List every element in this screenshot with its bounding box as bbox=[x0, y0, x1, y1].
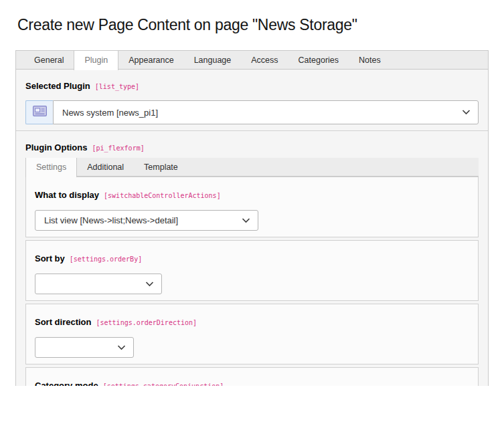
plugin-icon-box bbox=[25, 100, 53, 124]
sort-by-key-code: [settings.orderBy] bbox=[70, 255, 142, 263]
tab-appearance[interactable]: Appearance bbox=[118, 51, 183, 69]
category-mode-label: Category mode bbox=[35, 381, 98, 386]
tab-categories[interactable]: Categories bbox=[288, 51, 349, 69]
tab-notes[interactable]: Notes bbox=[349, 51, 391, 69]
selected-plugin-select[interactable]: News system [news_pi1] bbox=[53, 100, 479, 124]
plugin-options-group: Settings Additional Template What to dis… bbox=[25, 158, 479, 386]
plugin-options-key-code: [pi_flexform] bbox=[92, 144, 144, 152]
selected-plugin-label-row: Selected Plugin[list_type] bbox=[25, 81, 479, 92]
section-divider bbox=[16, 130, 488, 131]
field-section-sort-direction: Sort direction[settings.orderDirection] bbox=[25, 304, 479, 364]
sort-direction-label: Sort direction bbox=[35, 317, 92, 327]
chevron-down-icon bbox=[117, 345, 126, 350]
selected-plugin-select-value: News system [news_pi1] bbox=[62, 108, 158, 118]
sort-direction-key-code: [settings.orderDirection] bbox=[96, 319, 197, 326]
page-title: Create new Page Content on page "News St… bbox=[17, 16, 487, 33]
chevron-down-icon bbox=[145, 282, 154, 287]
field-section-sort-by: Sort by[settings.orderBy] bbox=[25, 240, 479, 301]
tab-language[interactable]: Language bbox=[184, 51, 242, 69]
sort-by-label-row: Sort by[settings.orderBy] bbox=[35, 253, 469, 264]
newspaper-icon bbox=[33, 106, 47, 119]
flexform-tab-bar: Settings Additional Template bbox=[25, 158, 479, 177]
tab-general[interactable]: General bbox=[24, 51, 74, 69]
what-to-display-key-code: [switchableControllerActions] bbox=[104, 192, 221, 199]
chevron-down-icon bbox=[242, 218, 250, 223]
sort-direction-select[interactable] bbox=[35, 337, 134, 358]
category-mode-label-row: Category mode[settings.categoryConjuncti… bbox=[35, 381, 469, 386]
sort-by-label: Sort by bbox=[35, 253, 65, 263]
category-mode-key-code: [settings.categoryConjunction] bbox=[103, 383, 224, 386]
tab-plugin[interactable]: Plugin bbox=[74, 51, 118, 70]
tab-additional[interactable]: Additional bbox=[77, 158, 134, 176]
selected-plugin-row: News system [news_pi1] bbox=[25, 100, 479, 124]
sort-direction-label-row: Sort direction[settings.orderDirection] bbox=[35, 317, 469, 328]
tab-template[interactable]: Template bbox=[134, 158, 188, 176]
what-to-display-select[interactable]: List view [News->list;News->detail] bbox=[35, 210, 258, 231]
content-form-panel: General Plugin Appearance Language Acces… bbox=[15, 50, 489, 386]
tab-settings[interactable]: Settings bbox=[25, 158, 77, 177]
tab-access[interactable]: Access bbox=[241, 51, 288, 69]
what-to-display-label: What to display bbox=[35, 190, 99, 200]
what-to-display-label-row: What to display[switchableControllerActi… bbox=[35, 190, 469, 201]
field-section-category-mode: Category mode[settings.categoryConjuncti… bbox=[25, 367, 479, 386]
field-section-what-to-display: What to display[switchableControllerActi… bbox=[25, 177, 479, 237]
plugin-options-label-row: Plugin Options[pi_flexform] bbox=[25, 142, 479, 153]
selected-plugin-key-code: [list_type] bbox=[95, 83, 139, 90]
chevron-down-icon bbox=[462, 110, 471, 115]
tab-bar: General Plugin Appearance Language Acces… bbox=[16, 51, 488, 70]
sort-by-select[interactable] bbox=[35, 274, 162, 294]
selected-plugin-label: Selected Plugin bbox=[25, 81, 90, 91]
what-to-display-select-value: List view [News->list;News->detail] bbox=[44, 215, 178, 225]
plugin-options-label: Plugin Options bbox=[25, 142, 87, 152]
